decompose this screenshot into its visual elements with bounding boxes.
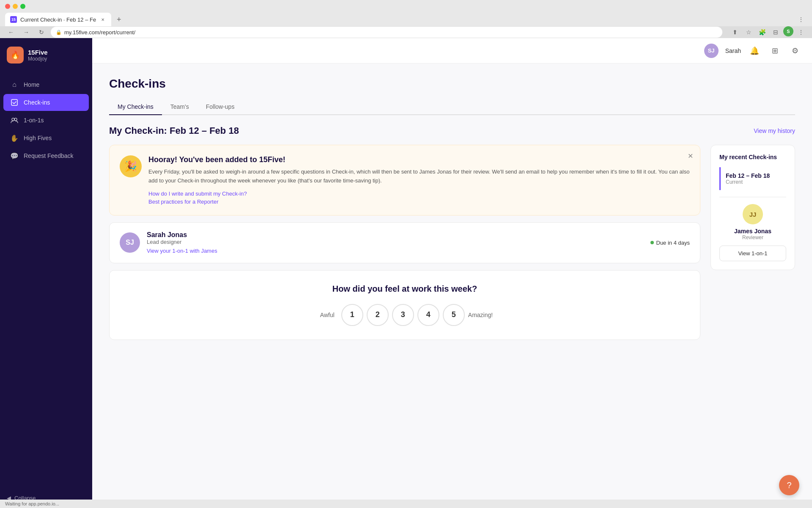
banner-text: Hooray! You've been added to 15Five! Eve… <box>148 155 690 205</box>
due-dot <box>650 241 654 244</box>
mood-button-1[interactable]: 1 <box>341 304 363 326</box>
maximize-window-button[interactable] <box>20 4 25 9</box>
mood-scale: Awful 1 2 3 4 5 Amazing! <box>120 304 690 326</box>
close-window-button[interactable] <box>5 4 10 9</box>
mood-button-3[interactable]: 3 <box>392 304 414 326</box>
sidebar-label-high-fives: High Fives <box>24 135 52 141</box>
user-card: SJ Sarah Jonas Lead designer View your 1… <box>109 222 700 263</box>
mood-card: How did you feel at work this week? Awfu… <box>109 270 700 340</box>
checkin-title: My Check-in: Feb 12 – Feb 18 <box>109 125 239 136</box>
reviewer-avatar: JJ <box>743 204 763 224</box>
profile-button[interactable]: S <box>783 26 793 36</box>
banner-heading: Hooray! You've been added to 15Five! <box>148 155 690 164</box>
banner-icon: 🎉 <box>120 155 142 177</box>
sidebar-item-request-feedback[interactable]: 💬 Request Feedback <box>3 147 89 164</box>
user-avatar: SJ <box>120 232 140 253</box>
side-divider <box>719 197 786 197</box>
recent-status: Current <box>726 179 786 185</box>
sidebar-label-1on1s: 1-on-1s <box>24 117 44 124</box>
grid-button[interactable]: ⊞ <box>768 44 782 58</box>
mood-label-left: Awful <box>317 312 338 318</box>
page-content: Check-ins My Check-ins Team's Follow-ups… <box>92 64 812 508</box>
welcome-banner: ✕ 🎉 Hooray! You've been added to 15Five!… <box>109 145 700 215</box>
sidebar-button[interactable]: ⊟ <box>770 26 782 38</box>
settings-button[interactable]: ⚙ <box>788 44 802 58</box>
user-info: Sarah Jonas Lead designer View your 1-on… <box>147 231 644 254</box>
traffic-lights[interactable] <box>5 4 25 9</box>
banner-content: 🎉 Hooray! You've been added to 15Five! E… <box>120 155 690 205</box>
view-1on1-button[interactable]: View 1-on-1 <box>719 246 786 261</box>
sidebar-label-check-ins: Check-ins <box>24 99 50 106</box>
banner-close-button[interactable]: ✕ <box>688 152 693 160</box>
tab-my-check-ins[interactable]: My Check-ins <box>109 99 162 115</box>
minimize-window-button[interactable] <box>13 4 18 9</box>
content-columns: ✕ 🎉 Hooray! You've been added to 15Five!… <box>109 145 795 347</box>
help-button[interactable]: ? <box>779 475 799 495</box>
notifications-button[interactable]: 🔔 <box>748 44 761 58</box>
sidebar-item-home[interactable]: ⌂ Home <box>3 76 89 93</box>
mood-button-5[interactable]: 5 <box>443 304 465 326</box>
status-text: Waiting for app.pendo.io... <box>5 501 59 506</box>
sidebar-item-1on1s[interactable]: 1-on-1s <box>3 112 89 129</box>
status-bar: Waiting for app.pendo.io... <box>0 500 812 508</box>
active-tab[interactable]: 15 Current Check-in · Feb 12 – Fe ✕ <box>5 13 111 26</box>
tabs: My Check-ins Team's Follow-ups <box>109 99 795 115</box>
request-feedback-icon: 💬 <box>10 152 19 160</box>
sidebar-label-home: Home <box>24 81 39 88</box>
logo-subtitle: Moodjoy <box>28 56 48 62</box>
logo-text: 15Five Moodjoy <box>28 49 48 62</box>
checkin-header: My Check-in: Feb 12 – Feb 18 View my his… <box>109 125 795 136</box>
mood-button-2[interactable]: 2 <box>367 304 389 326</box>
recent-checkin-item[interactable]: Feb 12 – Feb 18 Current <box>726 167 786 190</box>
tab-title: Current Check-in · Feb 12 – Fe <box>20 17 96 23</box>
banner-link-2[interactable]: Best practices for a Reporter <box>148 199 690 205</box>
refresh-button[interactable]: ↻ <box>36 26 47 38</box>
sidebar-item-check-ins[interactable]: Check-ins <box>3 94 89 111</box>
main-content: SJ Sarah 🔔 ⊞ ⚙ Check-ins My Check-ins Te… <box>92 38 812 508</box>
reviewer-role: Reviewer <box>719 235 786 240</box>
banner-heading-prefix: Hooray! <box>148 155 179 164</box>
tab-teams[interactable]: Team's <box>162 99 198 115</box>
address-bar: ← → ↻ 🔒 my.15five.com/report/current/ ⬆ … <box>0 26 812 38</box>
svg-point-2 <box>14 118 17 121</box>
header-avatar: SJ <box>704 44 719 58</box>
extensions-button[interactable]: 🧩 <box>756 26 768 38</box>
recent-checkins-title: My recent Check-ins <box>719 154 786 160</box>
browser-toolbar: ⬆ ☆ 🧩 ⊟ S ⋮ <box>729 26 807 38</box>
new-tab-button[interactable]: + <box>113 14 125 25</box>
due-text: Due in 4 days <box>656 240 690 246</box>
recent-checkins-panel: My recent Check-ins Feb 12 – Feb 18 Curr… <box>710 145 795 270</box>
banner-description: Every Friday, you'll be asked to weigh-i… <box>148 168 690 185</box>
app-logo: 🔥 15Five Moodjoy <box>0 38 92 72</box>
url-bar[interactable]: 🔒 my.15five.com/report/current/ <box>51 27 722 38</box>
forward-button[interactable]: → <box>20 26 32 38</box>
due-badge: Due in 4 days <box>650 240 690 246</box>
app-header: SJ Sarah 🔔 ⊞ ⚙ <box>92 38 812 64</box>
high-fives-icon: ✋ <box>10 134 19 142</box>
browser-menu-button[interactable]: ⋮ <box>795 14 807 25</box>
url-text: my.15five.com/report/current/ <box>64 29 135 36</box>
page-title: Check-ins <box>109 77 795 91</box>
user-role: Lead designer <box>147 239 644 245</box>
tab-favicon: 15 <box>10 16 17 23</box>
share-button[interactable]: ⬆ <box>729 26 741 38</box>
mood-button-4[interactable]: 4 <box>417 304 439 326</box>
sidebar-item-high-fives[interactable]: ✋ High Fives <box>3 130 89 146</box>
recent-dates: Feb 12 – Feb 18 <box>726 172 786 179</box>
mood-question: How did you feel at work this week? <box>120 284 690 294</box>
svg-point-1 <box>12 118 14 121</box>
user-name: Sarah Jonas <box>147 231 644 239</box>
tab-close-button[interactable]: ✕ <box>99 16 106 23</box>
mood-label-right: Amazing! <box>468 312 493 318</box>
1on1s-icon <box>10 116 19 124</box>
tab-follow-ups[interactable]: Follow-ups <box>198 99 243 115</box>
browser-menu-dots[interactable]: ⋮ <box>795 26 807 38</box>
view-1on1-link[interactable]: View your 1-on-1 with James <box>147 248 217 254</box>
banner-link-1[interactable]: How do I write and submit my Check-in? <box>148 190 690 197</box>
banner-heading-main: You've been added to 15Five! <box>179 155 285 164</box>
bookmark-button[interactable]: ☆ <box>743 26 754 38</box>
view-history-link[interactable]: View my history <box>754 127 795 134</box>
home-icon: ⌂ <box>10 80 19 89</box>
back-button[interactable]: ← <box>5 26 17 38</box>
side-column: My recent Check-ins Feb 12 – Feb 18 Curr… <box>710 145 795 347</box>
